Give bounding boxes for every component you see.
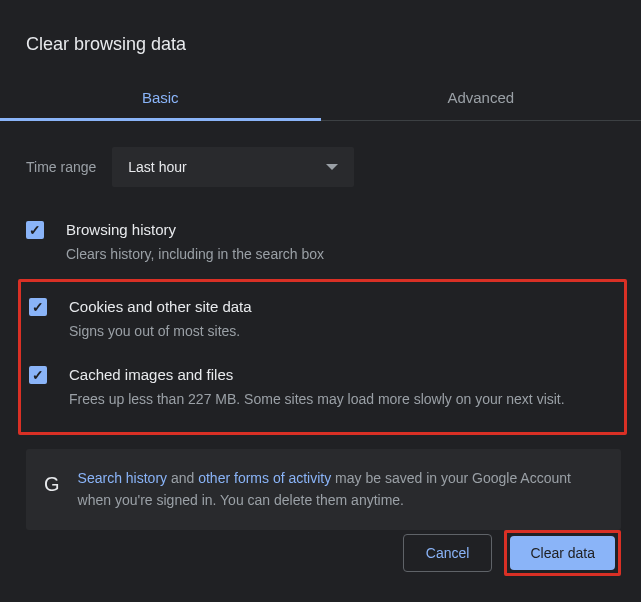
cancel-button[interactable]: Cancel (403, 534, 493, 572)
option-cookies: ✓ Cookies and other site data Signs you … (29, 286, 624, 354)
time-range-value: Last hour (128, 159, 186, 175)
option-desc: Frees up less than 227 MB. Some sites ma… (69, 389, 614, 410)
info-text-mid: and (167, 470, 198, 486)
google-account-info-panel: G Search history and other forms of acti… (26, 449, 621, 530)
dialog-title: Clear browsing data (0, 0, 641, 55)
highlight-annotation: ✓ Cookies and other site data Signs you … (18, 279, 627, 435)
clear-browsing-data-dialog: Clear browsing data Basic Advanced Time … (0, 0, 641, 602)
tab-advanced[interactable]: Advanced (321, 77, 642, 120)
checkmark-icon: ✓ (29, 223, 41, 237)
option-desc: Clears history, including in the search … (66, 244, 627, 265)
checkmark-icon: ✓ (32, 368, 44, 382)
checkmark-icon: ✓ (32, 300, 44, 314)
option-content: Browsing history Clears history, includi… (66, 219, 627, 265)
option-content: Cached images and files Frees up less th… (69, 364, 614, 410)
tab-basic[interactable]: Basic (0, 77, 321, 120)
button-row: Cancel Clear data (403, 530, 621, 576)
option-cached-images: ✓ Cached images and files Frees up less … (29, 354, 624, 422)
other-activity-link[interactable]: other forms of activity (198, 470, 331, 486)
tabs: Basic Advanced (0, 77, 641, 121)
options-list: ✓ Browsing history Clears history, inclu… (0, 187, 641, 275)
option-desc: Signs you out of most sites. (69, 321, 614, 342)
option-browsing-history: ✓ Browsing history Clears history, inclu… (26, 209, 627, 275)
chevron-down-icon (326, 164, 338, 170)
checkbox-browsing-history[interactable]: ✓ (26, 221, 44, 239)
option-title: Browsing history (66, 219, 627, 240)
google-icon: G (44, 473, 60, 496)
time-range-row: Time range Last hour (0, 121, 641, 187)
time-range-select[interactable]: Last hour (112, 147, 354, 187)
option-title: Cached images and files (69, 364, 614, 385)
option-title: Cookies and other site data (69, 296, 614, 317)
search-history-link[interactable]: Search history (78, 470, 167, 486)
time-range-label: Time range (26, 159, 96, 175)
clear-data-button[interactable]: Clear data (510, 536, 615, 570)
info-text: Search history and other forms of activi… (78, 467, 603, 512)
option-content: Cookies and other site data Signs you ou… (69, 296, 614, 342)
checkbox-cookies[interactable]: ✓ (29, 298, 47, 316)
highlight-annotation: Clear data (504, 530, 621, 576)
checkbox-cached-images[interactable]: ✓ (29, 366, 47, 384)
